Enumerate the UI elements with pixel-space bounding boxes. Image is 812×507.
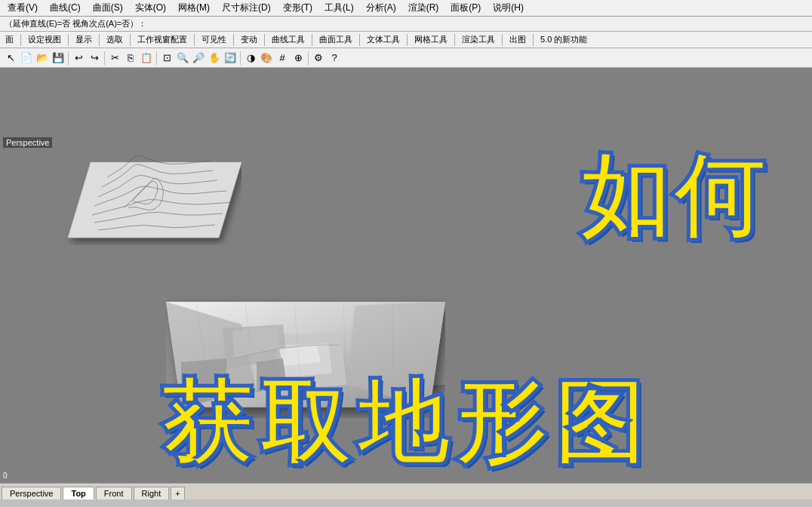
tb2-viewport-config[interactable]: 工作视窗配置 [134,33,191,46]
menu-tools[interactable]: 工具(L) [320,0,358,16]
toolbar2-separator-2 [68,34,69,46]
menu-curve[interactable]: 曲线(C) [45,0,85,16]
icon-sep-5 [308,51,309,65]
pan-icon[interactable]: ✋ [207,51,222,66]
new-icon[interactable]: 📄 [19,51,34,66]
toolbar2-separator-8 [312,34,312,46]
menu-bar: 查看(V) 曲线(C) 曲面(S) 实体(O) 网格(M) 尺寸标注(D) 变形… [0,0,812,17]
icon-toolbar: ↖ 📄 📂 💾 ↩ ↪ ✂ ⎘ 📋 ⊡ 🔍 🔎 ✋ 🔄 ◑ 🎨 # ⊕ ⚙ ? [0,48,812,68]
icon-sep-4 [240,51,241,65]
rotate-icon[interactable]: 🔄 [223,51,238,66]
help-icon[interactable]: ? [327,51,342,66]
zoom-in-icon[interactable]: 🔍 [175,51,190,66]
copy-icon[interactable]: ⎘ [123,51,138,66]
menu-surface[interactable]: 曲面(S) [88,0,128,16]
open-icon[interactable]: 📂 [35,51,50,66]
menu-panel[interactable]: 面板(P) [446,0,485,16]
tb2-select[interactable]: 选取 [103,33,127,46]
toolbar2-separator-10 [407,34,408,46]
render-icon[interactable]: 🎨 [259,51,274,66]
toolbar2-separator-11 [454,34,455,46]
overlay-huoqudixingtu-text: 获取地形图 [8,377,804,468]
save-icon[interactable]: 💾 [51,51,66,66]
coordinates-display: 0 [3,472,8,480]
menu-analysis[interactable]: 分析(A) [361,0,401,16]
snap-icon[interactable]: ⊕ [291,51,306,66]
undo-icon[interactable]: ↩ [71,51,86,66]
menu-help[interactable]: 说明(H) [488,0,528,16]
toolbar2-separator-5 [194,34,195,46]
tb2-visibility[interactable]: 可见性 [198,33,230,46]
toolbar2-separator-7 [264,34,265,46]
tb2-display[interactable]: 显示 [72,33,96,46]
toolbar2-separator-12 [502,34,503,46]
tb2-print[interactable]: 出图 [506,33,530,46]
icon-sep-2 [104,51,105,65]
tb2-setview[interactable]: 设定视图 [24,33,65,46]
redo-icon[interactable]: ↪ [87,51,102,66]
tab-add-button[interactable]: + [171,487,184,499]
secondary-toolbar: 面 设定视图 显示 选取 工作视窗配置 可见性 变动 曲线工具 曲面工具 文体工… [0,32,812,48]
menu-dimension[interactable]: 尺寸标注(D) [217,0,275,16]
select-icon[interactable]: ↖ [3,51,18,66]
tb2-mesh-tools[interactable]: 网格工具 [411,33,451,46]
params-bar: （延伸直线(E)=否 视角次点(A)=否）： [0,17,812,32]
zoom-out-icon[interactable]: 🔎 [191,51,206,66]
tb2-text-tools[interactable]: 文体工具 [363,33,404,46]
menu-transform[interactable]: 变形(T) [278,0,317,16]
toolbar2-separator-9 [359,34,360,46]
icon-sep-3 [156,51,157,65]
overlay-ruhe-text: 如何 [580,151,767,241]
cut-icon[interactable]: ✂ [107,51,122,66]
tb2-render-tools[interactable]: 渲染工具 [458,33,499,46]
tab-front[interactable]: Front [96,487,132,499]
menu-view[interactable]: 查看(V) [3,0,42,16]
tab-right[interactable]: Right [134,487,170,499]
toolbar2-separator-3 [99,34,100,46]
menu-solid[interactable]: 实体(O) [131,0,171,16]
tb2-curve-tools[interactable]: 曲线工具 [268,33,309,46]
paste-icon[interactable]: 📋 [139,51,154,66]
tab-perspective[interactable]: Perspective [2,487,61,499]
toolbar2-separator-1 [20,34,21,46]
toolbar2-separator-13 [533,34,534,46]
toolbar2-separator-4 [130,34,131,46]
properties-icon[interactable]: ⚙ [311,51,326,66]
tb2-face[interactable]: 面 [2,33,17,46]
bottom-tab-bar: Perspective Top Front Right + [0,483,812,499]
main-viewport[interactable]: Perspective [0,68,812,483]
shading-icon[interactable]: ◑ [243,51,258,66]
zoom-ext-icon[interactable]: ⊡ [159,51,174,66]
viewport-label: Perspective [3,137,52,148]
icon-sep-1 [68,51,69,65]
menu-mesh[interactable]: 网格(M) [174,0,214,16]
tb2-transform[interactable]: 变动 [237,33,261,46]
menu-render[interactable]: 渲染(R) [404,0,444,16]
tab-top[interactable]: Top [63,487,94,499]
tb2-new-features[interactable]: 5.0 的新功能 [537,33,591,46]
grid-icon[interactable]: # [275,51,290,66]
params-text: （延伸直线(E)=否 视角次点(A)=否）： [5,18,146,29]
tb2-surface-tools[interactable]: 曲面工具 [315,33,356,46]
toolbar2-separator-6 [233,34,234,46]
